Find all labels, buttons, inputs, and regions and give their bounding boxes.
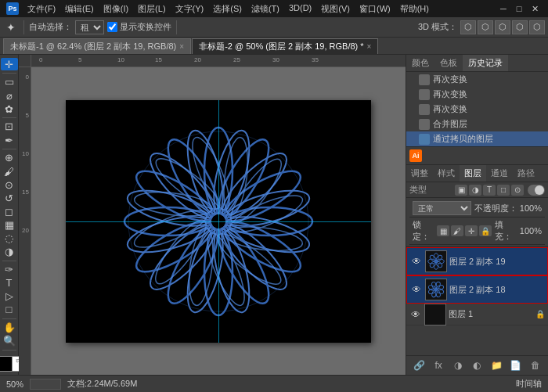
history-item-1[interactable]: 再次变换 (406, 72, 548, 87)
adjustment-layer-icon[interactable]: ◐ (469, 358, 485, 372)
blur-tool[interactable]: ◌ (1, 232, 18, 245)
3d-btn-1[interactable]: ⬡ (460, 20, 476, 34)
menu-layer[interactable]: 图层(L) (134, 2, 169, 16)
tab-close-2[interactable]: × (367, 42, 372, 51)
auto-select-dropdown[interactable]: 租 (75, 20, 104, 34)
layer-thumb-1 (425, 250, 447, 272)
pen-tool[interactable]: ✑ (1, 263, 18, 275)
shape-tool[interactable]: □ (1, 304, 18, 316)
zoom-slider[interactable] (30, 379, 61, 390)
history-item-5[interactable]: 通过拷贝的图层 (406, 131, 548, 146)
tab-layers[interactable]: 图层 (460, 165, 486, 182)
canvas-area[interactable]: 0 5 10 15 20 25 30 35 0 5 10 15 20 (19, 55, 406, 375)
tab-channels[interactable]: 通道 (486, 165, 513, 182)
menu-view[interactable]: 视图(V) (317, 2, 354, 16)
menu-bar[interactable]: 文件(F) 编辑(E) 图像(I) 图层(L) 文字(Y) 选择(S) 滤镜(T… (23, 2, 433, 16)
filter-smart-icon[interactable]: ⊙ (511, 185, 524, 196)
menu-window[interactable]: 窗口(W) (355, 2, 395, 16)
tab-document-1[interactable]: 未标题-1 @ 62.4% (图层 2 副本 19, RGB/8) × (3, 38, 191, 54)
lock-transparent-icon[interactable]: ▦ (437, 225, 449, 236)
new-group-icon[interactable]: 📁 (489, 358, 504, 372)
crop-tool[interactable]: ⊡ (1, 120, 18, 133)
hand-tool[interactable]: ✋ (1, 322, 18, 334)
tab-swatches[interactable]: 色板 (434, 55, 463, 71)
layers-list: 👁 (406, 247, 548, 355)
lock-paint-icon[interactable]: 🖌 (451, 225, 463, 236)
layer-visibility-3[interactable]: 👁 (409, 308, 422, 321)
history-item-4[interactable]: 合并图层 (406, 117, 548, 131)
menu-image[interactable]: 图像(I) (99, 2, 132, 16)
layer-mask-icon[interactable]: ◑ (450, 358, 466, 372)
menu-edit[interactable]: 编辑(E) (61, 2, 98, 16)
link-layers-icon[interactable]: 🔗 (411, 358, 427, 372)
toolbar-separator-2 (176, 20, 177, 34)
menu-filter[interactable]: 滤镜(T) (247, 2, 283, 16)
tab-paths[interactable]: 路径 (513, 165, 539, 182)
new-layer-icon[interactable]: 📄 (508, 358, 524, 372)
tab-adjust[interactable]: 调整 (406, 165, 433, 182)
3d-btn-4[interactable]: ⬡ (512, 20, 528, 34)
healing-tool[interactable]: ⊕ (1, 152, 18, 164)
tab-close-1[interactable]: × (179, 42, 184, 51)
filter-pixel-icon[interactable]: ▣ (455, 185, 467, 196)
maximize-button[interactable]: □ (512, 2, 526, 15)
ruler-horizontal: 0 5 10 15 20 25 30 35 (31, 55, 406, 67)
layer-style-icon[interactable]: fx (431, 358, 446, 372)
dodge-tool[interactable]: ◑ (1, 246, 18, 258)
filter-type-icon[interactable]: T (483, 185, 496, 196)
3d-btn-5[interactable]: ⬡ (529, 20, 545, 34)
layer-item-1[interactable]: 👁 (406, 247, 548, 275)
gradient-tool[interactable]: ▦ (1, 218, 18, 231)
close-button[interactable]: ✕ (528, 2, 542, 15)
layer-item-3[interactable]: 👁 图层 1 🔒 (406, 304, 548, 325)
filter-toggle[interactable] (528, 185, 545, 196)
show-controls-check[interactable]: 显示变换控件 (107, 21, 171, 33)
text-tool[interactable]: T (1, 277, 18, 290)
blend-mode-select[interactable]: 正常 (413, 201, 471, 215)
tab-document-2[interactable]: 非标题-2 @ 50% (图层 2 副本 19, RGB/8) * × (192, 38, 378, 54)
quick-select-tool[interactable]: ✿ (1, 102, 18, 115)
layer-item-2[interactable]: 👁 (406, 275, 548, 304)
tool-label: 时间轴 (516, 378, 542, 390)
delete-layer-icon[interactable]: 🗑 (528, 358, 543, 372)
minimize-button[interactable]: ─ (496, 2, 510, 15)
canvas-content[interactable] (31, 67, 406, 375)
menu-file[interactable]: 文件(F) (23, 2, 59, 16)
select-rect-tool[interactable]: ▭ (1, 76, 18, 88)
menu-help[interactable]: 帮助(H) (396, 2, 433, 16)
menu-text[interactable]: 文字(Y) (171, 2, 208, 16)
stamp-tool[interactable]: ⊙ (1, 178, 18, 191)
lock-all-icon[interactable]: 🔒 (479, 225, 492, 236)
opacity-row: 不透明度： 100% (474, 203, 542, 214)
path-select-tool[interactable]: ▷ (1, 290, 18, 303)
ai-badge: Ai (409, 149, 422, 162)
zoom-tool[interactable]: 🔍 (1, 335, 18, 347)
eraser-tool[interactable]: ◻ (1, 205, 18, 218)
menu-3d[interactable]: 3D(D) (285, 2, 315, 16)
history-brush-tool[interactable]: ↺ (1, 192, 18, 204)
canvas-artwork (66, 100, 371, 343)
show-controls-checkbox[interactable] (107, 22, 117, 32)
lasso-tool[interactable]: ⌀ (1, 89, 18, 102)
foreground-color[interactable] (0, 356, 13, 372)
blend-opacity-area: 正常 不透明度： 100% 锁定： ▦ 🖌 ✛ 🔒 填充： (406, 198, 548, 247)
layer-visibility-1[interactable]: 👁 (410, 255, 423, 268)
lock-move-icon[interactable]: ✛ (465, 225, 478, 236)
menu-select[interactable]: 选择(S) (209, 2, 246, 16)
history-item-2[interactable]: 再次变换 (406, 87, 548, 102)
canvas-document[interactable] (66, 100, 371, 343)
3d-btn-3[interactable]: ⬡ (495, 20, 510, 34)
3d-btn-2[interactable]: ⬡ (478, 20, 493, 34)
filter-adjust-icon[interactable]: ◑ (469, 185, 481, 196)
filter-shape-icon[interactable]: □ (497, 185, 510, 196)
move-tool[interactable]: ✛ (1, 58, 18, 70)
brush-tool[interactable]: 🖌 (1, 165, 18, 178)
layer-visibility-2[interactable]: 👁 (410, 283, 423, 296)
tab-style[interactable]: 样式 (433, 165, 460, 182)
tab-history[interactable]: 历史记录 (463, 55, 508, 71)
doc-size: 文档:2.24M/5.69M (67, 378, 137, 390)
tool-separator-3 (2, 149, 16, 149)
eyedropper-tool[interactable]: ✒ (1, 134, 18, 146)
history-item-3[interactable]: 再次变换 (406, 102, 548, 117)
tab-color[interactable]: 颜色 (406, 55, 434, 71)
